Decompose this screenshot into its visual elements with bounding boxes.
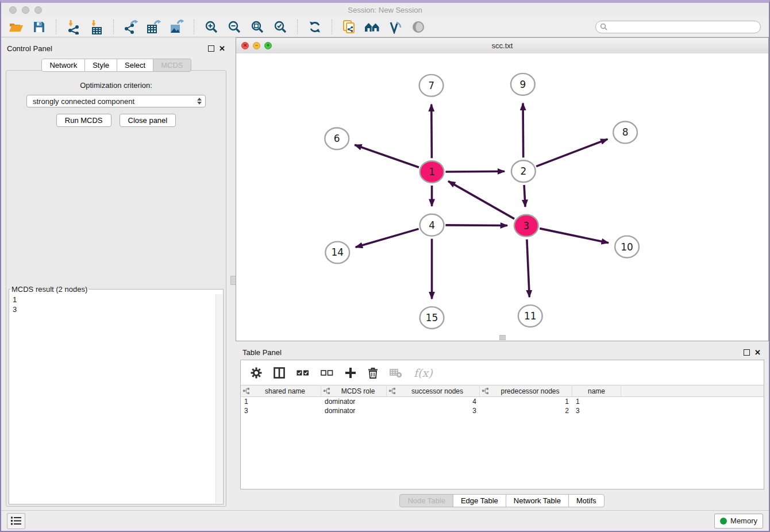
table-settings-button[interactable] — [251, 367, 262, 379]
graph-node-6[interactable]: 6 — [325, 128, 349, 149]
graph-edge-4-3[interactable] — [445, 225, 507, 226]
first-neighbors-button[interactable] — [362, 19, 383, 35]
column-header-predecessor-nodes[interactable]: predecessor nodes — [480, 385, 572, 396]
graph-node-2[interactable]: 2 — [511, 160, 536, 182]
cell-name[interactable]: 3 — [572, 407, 621, 415]
refresh-button[interactable] — [305, 19, 325, 35]
import-table-button[interactable] — [86, 19, 107, 35]
toolbar-separator — [297, 20, 298, 34]
clone-network-button[interactable] — [339, 19, 360, 35]
toolbar-separator — [194, 20, 195, 34]
graph-node-7[interactable]: 7 — [419, 75, 444, 97]
graph-node-8[interactable]: 8 — [613, 121, 637, 143]
run-mcds-button[interactable]: Run MCDS — [56, 114, 111, 127]
svg-text:2: 2 — [520, 165, 526, 177]
toggle-graphics-details-button[interactable] — [385, 19, 406, 35]
tab-style[interactable]: Style — [84, 59, 117, 72]
cell-predecessor-nodes[interactable]: 2 — [480, 407, 572, 415]
network-close-button[interactable]: ✕ — [241, 42, 249, 49]
export-table-button[interactable] — [144, 19, 164, 35]
graph-node-3[interactable]: 3 — [514, 215, 538, 237]
zoom-in-button[interactable] — [201, 19, 222, 35]
graph-edge-3-11[interactable] — [527, 240, 529, 298]
column-header-name[interactable]: name — [572, 385, 621, 396]
cell-successor-nodes[interactable]: 4 — [387, 398, 480, 406]
close-panel-icon[interactable]: ✕ — [219, 45, 225, 52]
network-window-title: scc.txt — [236, 41, 768, 50]
deselect-all-button[interactable] — [321, 369, 333, 377]
mcds-result-text[interactable]: 1 3 — [9, 294, 223, 504]
cell-name[interactable]: 1 — [572, 398, 621, 406]
tab-network[interactable]: Network — [41, 59, 85, 72]
float-panel-icon[interactable] — [208, 45, 214, 52]
search-field[interactable] — [595, 21, 761, 33]
column-header-shared-name[interactable]: shared name — [241, 385, 321, 396]
zoom-out-button[interactable] — [224, 19, 245, 35]
table-row[interactable]: 3 dominator 3 2 3 — [241, 406, 764, 415]
search-input[interactable] — [610, 22, 760, 32]
two-houses-icon — [364, 20, 380, 34]
tab-select[interactable]: Select — [117, 59, 153, 72]
table-row[interactable]: 1 dominator 4 1 1 — [241, 397, 764, 406]
network-graph[interactable]: 7968124314101511 — [236, 53, 768, 341]
criterion-dropdown[interactable]: strongly connected component — [26, 95, 206, 107]
canvas-scroll-thumb[interactable] — [499, 335, 506, 340]
cell-shared-name[interactable]: 1 — [241, 398, 321, 406]
import-network-button[interactable] — [63, 19, 84, 35]
network-maximize-button[interactable]: + — [264, 42, 272, 49]
column-header-mcds-role[interactable]: MCDS role — [321, 385, 387, 396]
graph-node-10[interactable]: 10 — [615, 236, 639, 258]
close-panel-icon[interactable]: ✕ — [754, 349, 761, 356]
cell-mcds-role[interactable]: dominator — [321, 398, 387, 406]
save-session-button[interactable] — [29, 19, 49, 35]
float-panel-icon[interactable] — [744, 349, 750, 356]
graph-edge-2-8[interactable] — [536, 139, 607, 166]
tab-edge-table[interactable]: Edge Table — [453, 494, 506, 507]
tab-motifs[interactable]: Motifs — [568, 494, 605, 507]
graph-edge-3-10[interactable] — [540, 229, 609, 243]
cell-mcds-role[interactable]: dominator — [321, 407, 387, 415]
export-network-button[interactable] — [121, 19, 141, 35]
tab-mcds[interactable]: MCDS — [153, 59, 191, 72]
export-image-button[interactable] — [167, 19, 187, 35]
select-all-button[interactable] — [297, 369, 309, 377]
result-scrollbar[interactable] — [215, 294, 222, 503]
cell-shared-name[interactable]: 3 — [241, 407, 321, 415]
graph-edge-4-14[interactable] — [356, 229, 419, 247]
graph-edge-3-1[interactable] — [448, 181, 514, 219]
open-session-button[interactable] — [6, 19, 26, 35]
toggle-panes-button[interactable] — [274, 367, 285, 379]
graph-node-1[interactable]: 1 — [420, 161, 444, 183]
graph-node-9[interactable]: 9 — [511, 74, 535, 95]
table-tabs: Node Table Edge Table Network Table Moti… — [236, 494, 769, 507]
import-table-icon — [89, 20, 104, 34]
graph-edge-1-2[interactable] — [445, 171, 505, 172]
delete-table-button[interactable] — [390, 368, 402, 378]
close-panel-button[interactable]: Close panel — [120, 114, 176, 127]
graph-edge-1-7[interactable] — [432, 105, 432, 159]
column-header-successor-nodes[interactable]: successor nodes — [387, 385, 480, 396]
graph-node-4[interactable]: 4 — [420, 214, 444, 236]
function-builder-button[interactable]: f(x) — [414, 367, 433, 379]
zoom-selected-button[interactable] — [270, 19, 291, 35]
add-column-button[interactable] — [345, 367, 356, 379]
cell-successor-nodes[interactable]: 3 — [387, 407, 480, 415]
graph-node-14[interactable]: 14 — [325, 242, 349, 264]
memory-button[interactable]: Memory — [714, 514, 763, 529]
graph-node-11[interactable]: 11 — [518, 305, 542, 327]
delete-column-button[interactable] — [368, 367, 378, 379]
cell-predecessor-nodes[interactable]: 1 — [480, 398, 572, 406]
graph-edge-1-6[interactable] — [355, 145, 419, 167]
show-hide-details-button[interactable] — [408, 19, 429, 35]
details-toggle-icon — [388, 20, 402, 34]
task-history-button[interactable] — [7, 513, 25, 529]
graph-edge-2-3[interactable] — [524, 185, 525, 207]
network-canvas[interactable]: 7968124314101511 — [236, 53, 768, 341]
zoom-fit-button[interactable] — [247, 19, 268, 35]
graph-edge-2-9[interactable] — [523, 103, 523, 158]
tab-node-table[interactable]: Node Table — [399, 494, 453, 507]
svg-text:10: 10 — [621, 241, 633, 253]
network-minimize-button[interactable]: − — [253, 42, 260, 49]
graph-node-15[interactable]: 15 — [420, 307, 444, 329]
tab-network-table[interactable]: Network Table — [506, 494, 569, 507]
